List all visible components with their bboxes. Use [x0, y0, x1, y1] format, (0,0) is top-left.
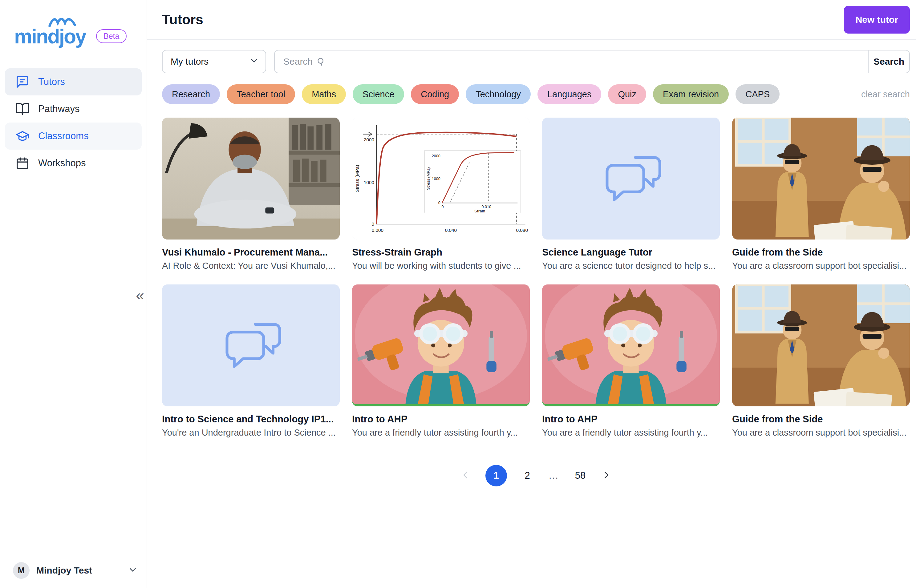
brand: mindjoy Beta [14, 26, 147, 47]
calendar-icon [15, 156, 29, 170]
tutor-card-image: 200010000 0.0000.0400.080 Stress (MPa) 2… [352, 118, 530, 239]
sidebar: mindjoy Beta Tutors Pathways Classrooms … [0, 0, 147, 588]
tutor-card-image [162, 118, 340, 239]
tutor-card[interactable]: Vusi Khumalo - Procurement Mana... AI Ro… [162, 118, 340, 271]
tutor-card-description: You are a friendly tutor assisting fourt… [542, 428, 720, 438]
tutor-card-image [732, 284, 910, 406]
chevron-down-icon [128, 565, 138, 576]
tutor-card-description: You are a classroom support bot speciali… [732, 261, 910, 271]
tag-pill[interactable]: Technology [466, 84, 531, 104]
tutor-card-description: You're an Undergraduate Intro to Science… [162, 428, 340, 438]
next-page-button[interactable] [600, 469, 612, 482]
tag-pill[interactable]: Quiz [608, 84, 646, 104]
sidebar-item[interactable]: Pathways [5, 95, 142, 123]
tutor-card-image [542, 118, 720, 239]
tag-pill[interactable]: Coding [411, 84, 459, 104]
tag-pill[interactable]: Exam revision [653, 84, 729, 104]
tutor-card-title: Science Language Tutor [542, 247, 720, 258]
page-header: Tutors New tutor [147, 0, 916, 40]
svg-text:0.040: 0.040 [445, 228, 457, 233]
sidebar-item[interactable]: Workshops [5, 150, 142, 177]
mindjoy-logo: mindjoy [14, 26, 86, 47]
tag-pill[interactable]: Research [162, 84, 220, 104]
sidebar-item-label: Classrooms [38, 131, 89, 142]
tag-pill[interactable]: Teacher tool [227, 84, 295, 104]
tag-list: ResearchTeacher toolMathsScienceCodingTe… [162, 84, 780, 104]
sidebar-item[interactable]: Tutors [5, 68, 142, 95]
tutor-card-image [162, 284, 340, 406]
clear-search-link[interactable]: clear search [861, 89, 910, 99]
book-icon [15, 102, 29, 116]
tutor-card-title: Guide from the Side [732, 247, 910, 258]
tutor-card-image [352, 284, 530, 406]
new-tutor-button[interactable]: New tutor [844, 6, 910, 34]
svg-text:0: 0 [438, 201, 440, 205]
search-input[interactable] [275, 50, 868, 73]
svg-text:Stress (MPa): Stress (MPa) [426, 167, 430, 190]
sidebar-item-label: Pathways [38, 103, 79, 115]
tutor-card-description: AI Role & Context: You are Vusi Khumalo,… [162, 261, 340, 271]
cap-icon [15, 129, 29, 143]
svg-text:0.010: 0.010 [482, 205, 492, 209]
tutor-card[interactable]: Guide from the Side You are a classroom … [732, 118, 910, 271]
page-title: Tutors [162, 12, 844, 27]
beta-badge: Beta [96, 29, 126, 43]
tutor-card-title: Intro to AHP [352, 414, 530, 425]
user-name: Mindjoy Test [36, 565, 121, 576]
tutor-card[interactable]: 200010000 0.0000.0400.080 Stress (MPa) 2… [352, 118, 530, 271]
scope-select-value: My tutors [171, 57, 209, 67]
tutor-card-image [542, 284, 720, 406]
tutor-card[interactable]: Intro to Science and Technology IP1... Y… [162, 284, 340, 438]
search-group: Search Search [274, 50, 910, 73]
sidebar-item-label: Workshops [38, 158, 86, 169]
collapse-sidebar-button[interactable]: « [136, 288, 144, 303]
tutor-card-description: You are a classroom support bot speciali… [732, 428, 910, 438]
tutor-card-title: Intro to AHP [542, 414, 720, 425]
filter-row: My tutors Search Search [162, 50, 910, 73]
tutor-card-image [732, 118, 910, 239]
tag-pill[interactable]: CAPS [735, 84, 780, 104]
page-number[interactable]: 2 [521, 470, 534, 481]
chevron-down-icon [249, 55, 259, 68]
tutor-cards-grid: Vusi Khumalo - Procurement Mana... AI Ro… [162, 118, 910, 438]
svg-text:Strain: Strain [474, 209, 485, 213]
tutor-card-title: Intro to Science and Technology IP1... [162, 414, 340, 425]
prev-page-button[interactable] [460, 469, 471, 482]
tag-pill[interactable]: Science [353, 84, 404, 104]
svg-text:0.000: 0.000 [372, 228, 384, 233]
tutor-card-title: Stress-Strain Graph [352, 247, 530, 258]
main-content: Tutors New tutor My tutors Search Search [147, 0, 916, 588]
avatar: M [13, 562, 29, 579]
tutor-card[interactable]: Science Language Tutor You are a science… [542, 118, 720, 271]
page-number[interactable]: ... [548, 470, 560, 481]
tutor-card[interactable]: Guide from the Side You are a classroom … [732, 284, 910, 438]
logo-squiggle-icon [47, 16, 79, 28]
svg-text:0: 0 [441, 205, 443, 209]
user-menu[interactable]: M Mindjoy Test [13, 562, 138, 579]
tutor-card[interactable]: Intro to AHP You are a friendly tutor as… [542, 284, 720, 438]
tutor-card-description: You are a friendly tutor assisting fourt… [352, 428, 530, 438]
pagination: 12...58 [162, 465, 910, 486]
search-box[interactable]: Search [274, 50, 868, 73]
page-number[interactable]: 58 [574, 470, 586, 481]
tutor-card-title: Guide from the Side [732, 414, 910, 425]
logo-wordmark: mindjoy [14, 25, 86, 48]
content-area: My tutors Search Search ResearchT [147, 40, 916, 486]
search-button[interactable]: Search [868, 50, 910, 73]
tag-pill[interactable]: Maths [302, 84, 346, 104]
tutor-card-description: You are a science tutor designed to help… [542, 261, 720, 271]
sidebar-item-label: Tutors [38, 76, 65, 87]
tutor-scope-select[interactable]: My tutors [162, 50, 266, 73]
svg-text:0: 0 [372, 221, 374, 226]
tutor-card[interactable]: Intro to AHP You are a friendly tutor as… [352, 284, 530, 438]
page-number[interactable]: 1 [486, 465, 507, 486]
sidebar-item[interactable]: Classrooms [5, 123, 142, 150]
svg-text:1000: 1000 [364, 180, 374, 185]
tag-pill[interactable]: Languages [537, 84, 602, 104]
chat-icon [15, 75, 29, 89]
page-numbers: 12...58 [486, 465, 586, 486]
svg-text:1000: 1000 [432, 177, 440, 181]
svg-text:2000: 2000 [364, 137, 374, 142]
sidebar-nav: Tutors Pathways Classrooms Workshops [0, 68, 147, 177]
svg-text:0.080: 0.080 [516, 228, 528, 233]
